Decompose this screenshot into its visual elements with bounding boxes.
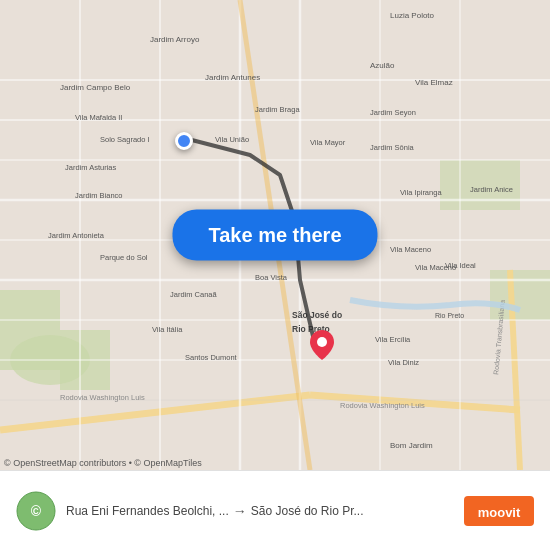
- svg-text:Vila Diniz: Vila Diniz: [388, 358, 419, 367]
- svg-text:Vila Elmaz: Vila Elmaz: [415, 78, 453, 87]
- svg-text:Rio Preto: Rio Preto: [435, 312, 464, 319]
- svg-text:Jardim Anice: Jardim Anice: [470, 185, 513, 194]
- route-from: Rua Eni Fernandes Beolchi, ...: [66, 504, 229, 518]
- svg-text:Vila Mafalda II: Vila Mafalda II: [75, 113, 122, 122]
- svg-text:Jardim Sônia: Jardim Sônia: [370, 143, 415, 152]
- svg-text:Boa Vista: Boa Vista: [255, 273, 288, 282]
- svg-text:Santos Dumont: Santos Dumont: [185, 353, 238, 362]
- moovit-logo: moovit: [464, 496, 534, 526]
- origin-marker: [175, 132, 193, 150]
- svg-text:Vila Maceno: Vila Maceno: [390, 245, 431, 254]
- svg-text:Azulão: Azulão: [370, 61, 395, 70]
- route-info: Rua Eni Fernandes Beolchi, ... → São Jos…: [66, 503, 454, 519]
- svg-point-61: [317, 337, 327, 347]
- svg-text:São José do: São José do: [292, 310, 342, 320]
- svg-text:Jardim Canaã: Jardim Canaã: [170, 290, 218, 299]
- osm-logo: ©: [16, 491, 56, 531]
- destination-marker: [310, 330, 334, 360]
- svg-text:Vila Mayor: Vila Mayor: [310, 138, 346, 147]
- svg-text:Luzia Poloto: Luzia Poloto: [390, 11, 435, 20]
- svg-text:Vila Ipiranga: Vila Ipiranga: [400, 188, 442, 197]
- map-container: Luzia Poloto Jardim Arroyo Jardim Campo …: [0, 0, 550, 470]
- svg-text:Jardim Seyon: Jardim Seyon: [370, 108, 416, 117]
- svg-text:Vila Ercília: Vila Ercília: [375, 335, 411, 344]
- svg-text:Vila Ideal: Vila Ideal: [445, 261, 476, 270]
- svg-text:Jardim Bianco: Jardim Bianco: [75, 191, 123, 200]
- svg-text:Parque do Sol: Parque do Sol: [100, 253, 148, 262]
- bottom-bar: © Rua Eni Fernandes Beolchi, ... → São J…: [0, 470, 550, 550]
- route-to: São José do Rio Pr...: [251, 504, 364, 518]
- svg-text:moovit: moovit: [478, 505, 521, 520]
- svg-text:©: ©: [31, 503, 42, 519]
- take-me-there-button[interactable]: Take me there: [172, 210, 377, 261]
- svg-text:Solo Sagrado I: Solo Sagrado I: [100, 135, 150, 144]
- svg-text:Jardim Antunes: Jardim Antunes: [205, 73, 260, 82]
- svg-text:Vila União: Vila União: [215, 135, 249, 144]
- svg-text:Jardim Asturias: Jardim Asturias: [65, 163, 117, 172]
- svg-text:Rodovia Washington Luis: Rodovia Washington Luis: [60, 393, 145, 402]
- svg-text:Jardim Campo Belo: Jardim Campo Belo: [60, 83, 131, 92]
- map-attribution: © OpenStreetMap contributors • © OpenMap…: [4, 458, 202, 468]
- svg-text:Jardim Antonieta: Jardim Antonieta: [48, 231, 105, 240]
- svg-text:Jardim Arroyo: Jardim Arroyo: [150, 35, 200, 44]
- svg-text:Rodovia Washington Luis: Rodovia Washington Luis: [340, 401, 425, 410]
- svg-text:Bom Jardim: Bom Jardim: [390, 441, 433, 450]
- route-arrow: →: [233, 503, 247, 519]
- svg-text:Vila Itália: Vila Itália: [152, 325, 183, 334]
- svg-text:Jardim Braga: Jardim Braga: [255, 105, 300, 114]
